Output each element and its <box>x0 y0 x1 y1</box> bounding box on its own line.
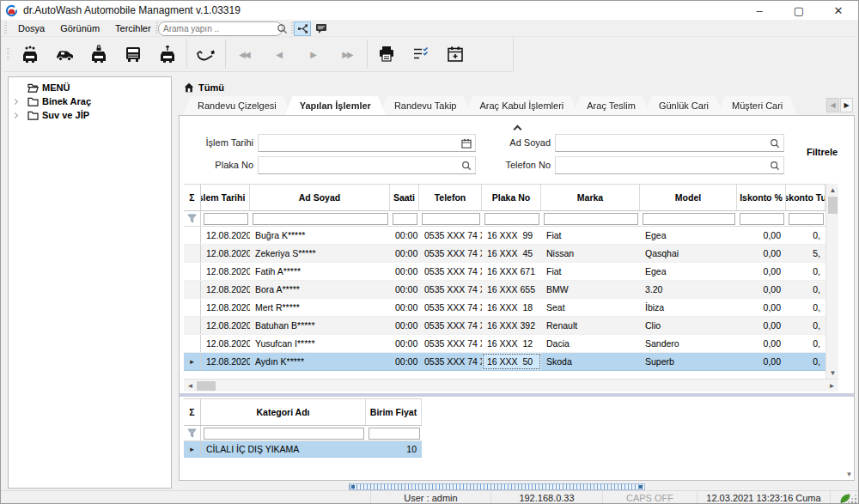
cell-telefon[interactable]: 0535 XXX 74 XX <box>419 299 482 316</box>
cell-marka[interactable]: BMW <box>541 281 640 298</box>
bottom-scrollbar[interactable] <box>349 483 645 490</box>
cell-islem-tarihi[interactable]: 12.08.2020 <box>201 317 250 334</box>
tab-scroll-right-icon[interactable]: ▶ <box>840 98 853 112</box>
tab-m-teri-cari[interactable]: Müşteri Cari <box>717 96 797 115</box>
cell-iskonto[interactable]: 0,00 <box>737 335 786 352</box>
search-icon[interactable] <box>461 161 472 171</box>
cell-iskonto[interactable]: 0,00 <box>737 263 786 280</box>
cell-iskonto-tut[interactable]: 0, <box>786 317 825 334</box>
cell-model[interactable]: Egea <box>640 227 737 244</box>
cell-telefon[interactable]: 0535 XXX 74 XX <box>419 353 482 370</box>
chevron-right-icon[interactable] <box>9 100 21 104</box>
menu-item-g-r-n-m[interactable]: Görünüm <box>52 21 107 36</box>
cell-iskonto-tut[interactable]: 0, <box>786 353 825 370</box>
search-icon[interactable] <box>277 23 288 34</box>
cell-islem-tarihi[interactable]: 12.08.2020 <box>201 227 250 244</box>
chat-icon[interactable] <box>313 21 330 36</box>
filter-input-saati[interactable] <box>393 213 417 225</box>
cell-islem-tarihi[interactable]: 12.08.2020 <box>201 281 250 298</box>
cell-plaka-no[interactable]: 16 XXX 18 <box>482 299 541 316</box>
cell-islem-tarihi[interactable]: 12.08.2020 <box>201 335 250 352</box>
tab-randevu-izelgesi[interactable]: Randevu Çizelgesi <box>183 96 291 115</box>
tab-yap-lan-i-lemler[interactable]: Yapılan İşlemler <box>285 96 386 115</box>
cell-ad-soyad[interactable]: Bora A***** <box>250 281 390 298</box>
share-icon[interactable] <box>294 21 311 36</box>
col-header-iskonto-tut[interactable]: Iskonto Tut <box>786 185 825 210</box>
cell-plaka-no[interactable]: 16 XXX 45 <box>482 245 541 262</box>
horizontal-scrollbar[interactable]: ◄ ► <box>184 379 838 392</box>
filter-input-iskonto[interactable] <box>740 213 784 225</box>
cell-marka[interactable]: Seat <box>541 299 640 316</box>
calendar-icon[interactable] <box>461 138 472 149</box>
col-header-iskonto[interactable]: Iskonto % <box>737 185 786 210</box>
cell-saati[interactable]: 00:00 <box>390 317 419 334</box>
cell-iskonto-tut[interactable]: 0, <box>786 263 825 280</box>
cell-saati[interactable]: 00:00 <box>390 281 419 298</box>
cell-iskonto-tut[interactable]: 0, <box>786 299 825 316</box>
cell-islem-tarihi[interactable]: 12.08.2020 <box>201 299 250 316</box>
search-icon[interactable] <box>770 161 780 171</box>
plaka-no-input[interactable] <box>262 161 461 171</box>
cell-plaka-no[interactable]: 16 XXX 671 <box>482 263 541 280</box>
sum-column-header[interactable]: Σ <box>184 399 201 425</box>
nav-prev-icon[interactable]: ◀ <box>262 39 296 70</box>
cell-saati[interactable]: 00:00 <box>390 227 419 244</box>
ad-soyad-input[interactable] <box>559 138 770 149</box>
col-header-islem-tarihi[interactable]: Islem Tarihi▲ <box>201 185 250 210</box>
resize-grip[interactable] <box>855 501 856 503</box>
printer-icon[interactable] <box>369 39 404 70</box>
sidebar-item-suv-ve-jip[interactable]: Suv ve JİP <box>9 108 171 122</box>
cell-ad-soyad[interactable]: Fatih A***** <box>250 263 390 280</box>
cell-saati[interactable]: 00:00 <box>390 353 419 370</box>
cell-birim-fiyat[interactable]: 10 <box>366 441 422 457</box>
tab-scroll-left-icon[interactable]: ◀ <box>826 98 839 112</box>
scrollbar-thumb[interactable] <box>828 197 838 214</box>
col-header-model[interactable]: Model <box>640 185 737 210</box>
chevron-right-icon[interactable] <box>9 113 21 118</box>
filter-input-marka[interactable] <box>544 213 638 225</box>
search-input[interactable] <box>163 24 277 33</box>
search-icon[interactable] <box>770 138 780 149</box>
tab-ara-kabul-i-lemleri[interactable]: Araç Kabul İşlemleri <box>465 96 578 115</box>
cell-marka[interactable]: Skoda <box>541 353 640 370</box>
sidebar-item-menu[interactable]: MENÜ <box>9 81 171 94</box>
menu-item-tercihler[interactable]: Tercihler <box>107 21 159 36</box>
scroll-up-icon[interactable]: ▲ <box>826 184 839 196</box>
table-row[interactable]: ▸CİLALI İÇ DIŞ YIKAMA10 <box>184 441 422 458</box>
nav-last-icon[interactable]: ▶▶ <box>331 39 365 70</box>
scrollbar-thumb[interactable] <box>197 381 216 391</box>
tab-randevu-takip[interactable]: Randevu Takip <box>380 96 472 115</box>
cell-iskonto-tut[interactable]: 5, <box>786 245 825 262</box>
filter-input-model[interactable] <box>643 213 735 225</box>
filter-input-plaka-no[interactable] <box>484 213 539 225</box>
islem-tarihi-input[interactable] <box>262 138 461 149</box>
telefon-no-input[interactable] <box>559 161 770 171</box>
cell-marka[interactable]: Renault <box>541 317 640 334</box>
filter-input-ad-soyad[interactable] <box>253 213 388 225</box>
table-row[interactable]: 12.08.2020Yusufcan I*****00:000535 XXX 7… <box>184 335 825 353</box>
cell-iskonto[interactable]: 0,00 <box>737 317 786 334</box>
col-header-birim-fiyat[interactable]: Birim Fiyat <box>366 399 422 425</box>
cell-iskonto[interactable]: 0,00 <box>737 353 786 370</box>
table-row[interactable]: 12.08.2020Bora A*****00:000535 XXX 74 XX… <box>184 281 825 299</box>
cell-saati[interactable]: 00:00 <box>390 299 419 316</box>
col-header-kategori-ad[interactable]: Kategori Adı <box>201 399 366 425</box>
cell-model[interactable]: 3.20 <box>640 281 737 298</box>
cell-ad-soyad[interactable]: Buğra K***** <box>250 227 390 244</box>
cell-ad-soyad[interactable]: Batuhan B***** <box>250 317 390 334</box>
minimize-icon[interactable]: – <box>740 1 779 20</box>
car-lock-icon[interactable] <box>82 39 116 70</box>
cell-model[interactable]: Superb <box>640 353 737 370</box>
cell-plaka-no[interactable]: 16 XXX 392 <box>482 317 541 334</box>
cell-telefon[interactable]: 0535 XXX 74 XX <box>419 281 482 298</box>
van-icon[interactable] <box>116 39 150 70</box>
cell-islem-tarihi[interactable]: 12.08.2020 <box>201 245 250 262</box>
menu-item-dosya[interactable]: Dosya <box>10 21 52 36</box>
filtrele-button[interactable]: Filtrele <box>807 147 838 157</box>
col-header-saati[interactable]: Saati <box>390 185 419 210</box>
cell-marka[interactable]: Dacia <box>541 335 640 352</box>
cell-plaka-no[interactable]: 16 XXX 655 <box>482 281 541 298</box>
nav-first-icon[interactable]: ◀◀ <box>228 39 262 70</box>
maximize-icon[interactable]: ▢ <box>779 1 819 20</box>
table-row[interactable]: ▸12.08.2020Aydın K*****00:000535 XXX 74 … <box>184 353 825 371</box>
